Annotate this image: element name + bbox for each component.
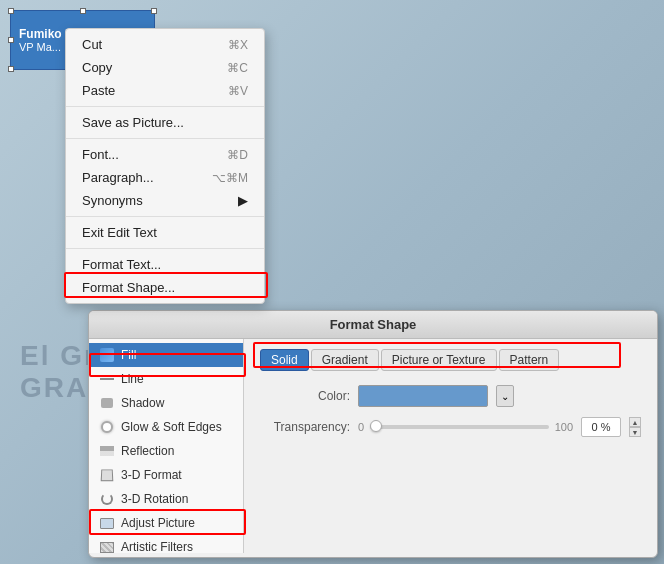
- panel-body: Fill Line Shadow Glow & Soft Edges Refle…: [89, 339, 657, 553]
- menu-copy-label: Copy: [82, 60, 112, 75]
- menu-cut[interactable]: Cut ⌘X: [66, 33, 264, 56]
- sidebar-artistic-filters-label: Artistic Filters: [121, 540, 193, 553]
- sidebar-item-reflection[interactable]: Reflection: [89, 439, 243, 463]
- handle-tr[interactable]: [151, 8, 157, 14]
- color-swatch[interactable]: [358, 385, 488, 407]
- tab-picture-or-texture[interactable]: Picture or Texture: [381, 349, 497, 371]
- sidebar-item-glow[interactable]: Glow & Soft Edges: [89, 415, 243, 439]
- stepper-down[interactable]: ▼: [629, 427, 641, 437]
- artistic-filters-icon: [99, 539, 115, 553]
- transparency-slider[interactable]: [370, 425, 549, 429]
- menu-exit-edit-text-label: Exit Edit Text: [82, 225, 157, 240]
- slider-max: 100: [555, 421, 573, 433]
- handle-ml[interactable]: [8, 37, 14, 43]
- tab-solid[interactable]: Solid: [260, 349, 309, 371]
- sidebar-3d-rotation-label: 3-D Rotation: [121, 492, 188, 506]
- menu-paste[interactable]: Paste ⌘V: [66, 79, 264, 102]
- menu-paragraph-label: Paragraph...: [82, 170, 154, 185]
- sidebar-item-3d-rotation[interactable]: 3-D Rotation: [89, 487, 243, 511]
- menu-paste-shortcut: ⌘V: [228, 84, 248, 98]
- synonyms-arrow: ▶: [238, 193, 248, 208]
- 3d-rotation-icon: [99, 491, 115, 507]
- sidebar-fill-label: Fill: [121, 348, 136, 362]
- sidebar-item-adjust-picture[interactable]: Adjust Picture: [89, 511, 243, 535]
- line-icon: [99, 371, 115, 387]
- context-menu: Cut ⌘X Copy ⌘C Paste ⌘V Save as Picture.…: [65, 28, 265, 304]
- menu-exit-edit-text[interactable]: Exit Edit Text: [66, 221, 264, 244]
- sidebar-line-label: Line: [121, 372, 144, 386]
- sidebar-adjust-picture-label: Adjust Picture: [121, 516, 195, 530]
- separator-4: [66, 248, 264, 249]
- adjust-picture-icon: [99, 515, 115, 531]
- menu-cut-label: Cut: [82, 37, 102, 52]
- tab-gradient[interactable]: Gradient: [311, 349, 379, 371]
- transparency-row: Transparency: 0 100 ▲ ▼: [260, 417, 641, 437]
- menu-synonyms[interactable]: Synonyms ▶: [66, 189, 264, 212]
- color-label: Color:: [260, 389, 350, 403]
- menu-paragraph-shortcut: ⌥⌘M: [212, 171, 248, 185]
- transparency-input[interactable]: [581, 417, 621, 437]
- glow-icon: [99, 419, 115, 435]
- handle-tc[interactable]: [80, 8, 86, 14]
- fill-icon: [99, 347, 115, 363]
- menu-paste-label: Paste: [82, 83, 115, 98]
- panel-title: Format Shape: [330, 317, 417, 332]
- shadow-icon: [99, 395, 115, 411]
- menu-paragraph[interactable]: Paragraph... ⌥⌘M: [66, 166, 264, 189]
- color-dropdown[interactable]: ⌄: [496, 385, 514, 407]
- sidebar-item-line[interactable]: Line: [89, 367, 243, 391]
- transparency-stepper[interactable]: ▲ ▼: [629, 417, 641, 437]
- sidebar-3d-format-label: 3-D Format: [121, 468, 182, 482]
- format-shape-panel: Format Shape Fill Line Shadow Glow & Sof…: [88, 310, 658, 558]
- menu-font[interactable]: Font... ⌘D: [66, 143, 264, 166]
- slider-min: 0: [358, 421, 364, 433]
- menu-synonyms-label: Synonyms: [82, 193, 143, 208]
- sidebar-reflection-label: Reflection: [121, 444, 174, 458]
- menu-copy[interactable]: Copy ⌘C: [66, 56, 264, 79]
- handle-bl[interactable]: [8, 66, 14, 72]
- sidebar-item-fill[interactable]: Fill: [89, 343, 243, 367]
- sidebar-glow-label: Glow & Soft Edges: [121, 420, 222, 434]
- separator-2: [66, 138, 264, 139]
- sidebar-item-shadow[interactable]: Shadow: [89, 391, 243, 415]
- menu-save-as-picture[interactable]: Save as Picture...: [66, 111, 264, 134]
- handle-tl[interactable]: [8, 8, 14, 14]
- tab-bar: Solid Gradient Picture or Texture Patter…: [260, 349, 641, 371]
- menu-format-shape-label: Format Shape...: [82, 280, 175, 295]
- stepper-up[interactable]: ▲: [629, 417, 641, 427]
- separator-1: [66, 106, 264, 107]
- menu-format-text[interactable]: Format Text...: [66, 253, 264, 276]
- menu-save-as-picture-label: Save as Picture...: [82, 115, 184, 130]
- menu-font-label: Font...: [82, 147, 119, 162]
- reflection-icon: [99, 443, 115, 459]
- panel-content: Solid Gradient Picture or Texture Patter…: [244, 339, 657, 553]
- sidebar-item-3d-format[interactable]: 3-D Format: [89, 463, 243, 487]
- menu-copy-shortcut: ⌘C: [227, 61, 248, 75]
- sidebar-item-artistic-filters[interactable]: Artistic Filters: [89, 535, 243, 553]
- menu-format-shape[interactable]: Format Shape...: [66, 276, 264, 299]
- color-row: Color: ⌄: [260, 385, 641, 407]
- menu-cut-shortcut: ⌘X: [228, 38, 248, 52]
- panel-sidebar: Fill Line Shadow Glow & Soft Edges Refle…: [89, 339, 244, 553]
- panel-titlebar: Format Shape: [89, 311, 657, 339]
- menu-font-shortcut: ⌘D: [227, 148, 248, 162]
- transparency-label: Transparency:: [260, 420, 350, 434]
- sidebar-shadow-label: Shadow: [121, 396, 164, 410]
- tab-pattern[interactable]: Pattern: [499, 349, 560, 371]
- separator-3: [66, 216, 264, 217]
- 3d-format-icon: [99, 467, 115, 483]
- transparency-slider-container: 0 100: [358, 421, 573, 433]
- slider-thumb[interactable]: [370, 420, 382, 432]
- menu-format-text-label: Format Text...: [82, 257, 161, 272]
